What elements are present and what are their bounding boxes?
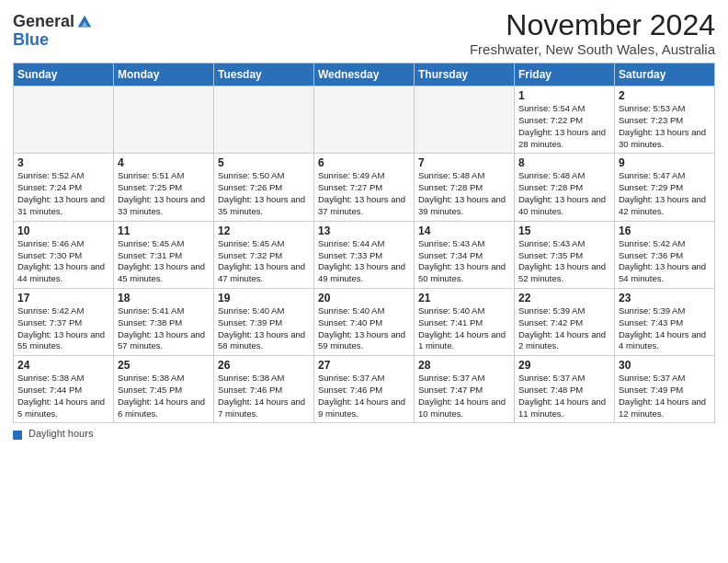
day-number: 21	[418, 292, 510, 304]
col-thursday: Thursday	[415, 63, 515, 86]
day-info: Sunrise: 5:39 AM Sunset: 7:43 PM Dayligh…	[619, 305, 711, 352]
day-number: 15	[518, 224, 610, 237]
day-number: 10	[17, 224, 109, 237]
calendar-week-row: 1Sunrise: 5:54 AM Sunset: 7:22 PM Daylig…	[14, 86, 715, 154]
table-row: 3Sunrise: 5:52 AM Sunset: 7:24 PM Daylig…	[14, 154, 114, 221]
table-row: 22Sunrise: 5:39 AM Sunset: 7:42 PM Dayli…	[515, 288, 615, 355]
col-sunday: Sunday	[14, 63, 114, 86]
title-block: November 2024 Freshwater, New South Wale…	[470, 9, 715, 57]
table-row: 17Sunrise: 5:42 AM Sunset: 7:37 PM Dayli…	[14, 288, 114, 355]
day-info: Sunrise: 5:50 AM Sunset: 7:26 PM Dayligh…	[218, 170, 310, 217]
logo-blue-text: Blue	[13, 30, 49, 49]
day-number: 30	[619, 359, 711, 372]
legend: Daylight hours	[13, 428, 715, 439]
table-row: 18Sunrise: 5:41 AM Sunset: 7:38 PM Dayli…	[114, 288, 214, 355]
table-row: 28Sunrise: 5:37 AM Sunset: 7:47 PM Dayli…	[415, 356, 515, 423]
col-wednesday: Wednesday	[314, 63, 415, 86]
day-info: Sunrise: 5:42 AM Sunset: 7:36 PM Dayligh…	[619, 238, 711, 285]
day-info: Sunrise: 5:45 AM Sunset: 7:32 PM Dayligh…	[218, 238, 310, 285]
day-number: 6	[318, 156, 410, 169]
calendar-week-row: 10Sunrise: 5:46 AM Sunset: 7:30 PM Dayli…	[14, 221, 715, 288]
day-info: Sunrise: 5:48 AM Sunset: 7:28 PM Dayligh…	[418, 170, 510, 217]
table-row: 7Sunrise: 5:48 AM Sunset: 7:28 PM Daylig…	[415, 154, 515, 221]
day-number: 16	[619, 224, 711, 237]
day-number: 17	[17, 292, 109, 304]
day-number: 12	[218, 224, 310, 237]
table-row: 23Sunrise: 5:39 AM Sunset: 7:43 PM Dayli…	[615, 288, 715, 355]
day-info: Sunrise: 5:44 AM Sunset: 7:33 PM Dayligh…	[318, 238, 410, 285]
legend-label: Daylight hours	[28, 428, 93, 439]
day-number: 20	[318, 292, 410, 304]
table-row: 14Sunrise: 5:43 AM Sunset: 7:34 PM Dayli…	[415, 221, 515, 288]
day-info: Sunrise: 5:54 AM Sunset: 7:22 PM Dayligh…	[518, 103, 610, 150]
table-row: 10Sunrise: 5:46 AM Sunset: 7:30 PM Dayli…	[14, 221, 114, 288]
col-tuesday: Tuesday	[214, 63, 314, 86]
logo-icon	[76, 14, 93, 30]
page-subtitle: Freshwater, New South Wales, Australia	[470, 41, 715, 57]
logo: General Blue	[13, 13, 93, 50]
day-info: Sunrise: 5:43 AM Sunset: 7:35 PM Dayligh…	[518, 238, 610, 285]
day-number: 19	[218, 292, 310, 304]
legend-dot	[13, 431, 22, 440]
day-info: Sunrise: 5:45 AM Sunset: 7:31 PM Dayligh…	[118, 238, 210, 285]
day-number: 5	[218, 156, 310, 169]
table-row: 21Sunrise: 5:40 AM Sunset: 7:41 PM Dayli…	[415, 288, 515, 355]
day-info: Sunrise: 5:48 AM Sunset: 7:28 PM Dayligh…	[518, 170, 610, 217]
day-info: Sunrise: 5:42 AM Sunset: 7:37 PM Dayligh…	[17, 305, 109, 352]
day-info: Sunrise: 5:37 AM Sunset: 7:47 PM Dayligh…	[418, 373, 510, 419]
table-row	[214, 86, 314, 154]
logo-general-text: General	[13, 13, 74, 31]
table-row	[415, 86, 515, 154]
day-info: Sunrise: 5:41 AM Sunset: 7:38 PM Dayligh…	[118, 305, 210, 352]
table-row: 8Sunrise: 5:48 AM Sunset: 7:28 PM Daylig…	[515, 154, 615, 221]
day-number: 24	[17, 359, 109, 372]
page: General Blue November 2024 Freshwater, N…	[0, 0, 728, 449]
table-row: 15Sunrise: 5:43 AM Sunset: 7:35 PM Dayli…	[515, 221, 615, 288]
day-info: Sunrise: 5:46 AM Sunset: 7:30 PM Dayligh…	[17, 238, 109, 285]
day-info: Sunrise: 5:37 AM Sunset: 7:48 PM Dayligh…	[518, 373, 610, 419]
table-row: 24Sunrise: 5:38 AM Sunset: 7:44 PM Dayli…	[14, 356, 114, 423]
day-info: Sunrise: 5:43 AM Sunset: 7:34 PM Dayligh…	[418, 238, 510, 285]
day-number: 25	[118, 359, 210, 372]
day-info: Sunrise: 5:38 AM Sunset: 7:45 PM Dayligh…	[118, 373, 210, 419]
table-row: 13Sunrise: 5:44 AM Sunset: 7:33 PM Dayli…	[314, 221, 415, 288]
day-number: 8	[518, 156, 610, 169]
day-info: Sunrise: 5:40 AM Sunset: 7:39 PM Dayligh…	[218, 305, 310, 352]
calendar-week-row: 24Sunrise: 5:38 AM Sunset: 7:44 PM Dayli…	[14, 356, 715, 423]
table-row: 25Sunrise: 5:38 AM Sunset: 7:45 PM Dayli…	[114, 356, 214, 423]
table-row: 29Sunrise: 5:37 AM Sunset: 7:48 PM Dayli…	[515, 356, 615, 423]
day-number: 18	[118, 292, 210, 304]
table-row: 27Sunrise: 5:37 AM Sunset: 7:46 PM Dayli…	[314, 356, 415, 423]
table-row	[14, 86, 114, 154]
table-row: 1Sunrise: 5:54 AM Sunset: 7:22 PM Daylig…	[515, 86, 615, 154]
day-number: 13	[318, 224, 410, 237]
table-row: 5Sunrise: 5:50 AM Sunset: 7:26 PM Daylig…	[214, 154, 314, 221]
table-row	[114, 86, 214, 154]
table-row: 11Sunrise: 5:45 AM Sunset: 7:31 PM Dayli…	[114, 221, 214, 288]
table-row: 19Sunrise: 5:40 AM Sunset: 7:39 PM Dayli…	[214, 288, 314, 355]
table-row: 9Sunrise: 5:47 AM Sunset: 7:29 PM Daylig…	[615, 154, 715, 221]
day-info: Sunrise: 5:40 AM Sunset: 7:40 PM Dayligh…	[318, 305, 410, 352]
col-saturday: Saturday	[615, 63, 715, 86]
day-number: 4	[118, 156, 210, 169]
table-row: 26Sunrise: 5:38 AM Sunset: 7:46 PM Dayli…	[214, 356, 314, 423]
day-number: 2	[619, 89, 711, 102]
day-number: 11	[118, 224, 210, 237]
day-info: Sunrise: 5:38 AM Sunset: 7:46 PM Dayligh…	[218, 373, 310, 419]
day-info: Sunrise: 5:51 AM Sunset: 7:25 PM Dayligh…	[118, 170, 210, 217]
day-info: Sunrise: 5:53 AM Sunset: 7:23 PM Dayligh…	[619, 103, 711, 150]
header: General Blue November 2024 Freshwater, N…	[13, 9, 715, 57]
table-row: 16Sunrise: 5:42 AM Sunset: 7:36 PM Dayli…	[615, 221, 715, 288]
table-row	[314, 86, 415, 154]
col-friday: Friday	[515, 63, 615, 86]
calendar: Sunday Monday Tuesday Wednesday Thursday…	[13, 63, 715, 423]
table-row: 20Sunrise: 5:40 AM Sunset: 7:40 PM Dayli…	[314, 288, 415, 355]
day-number: 1	[518, 89, 610, 102]
page-title: November 2024	[470, 9, 715, 41]
day-number: 7	[418, 156, 510, 169]
day-number: 14	[418, 224, 510, 237]
day-info: Sunrise: 5:49 AM Sunset: 7:27 PM Dayligh…	[318, 170, 410, 217]
day-number: 26	[218, 359, 310, 372]
day-number: 29	[518, 359, 610, 372]
day-number: 9	[619, 156, 711, 169]
